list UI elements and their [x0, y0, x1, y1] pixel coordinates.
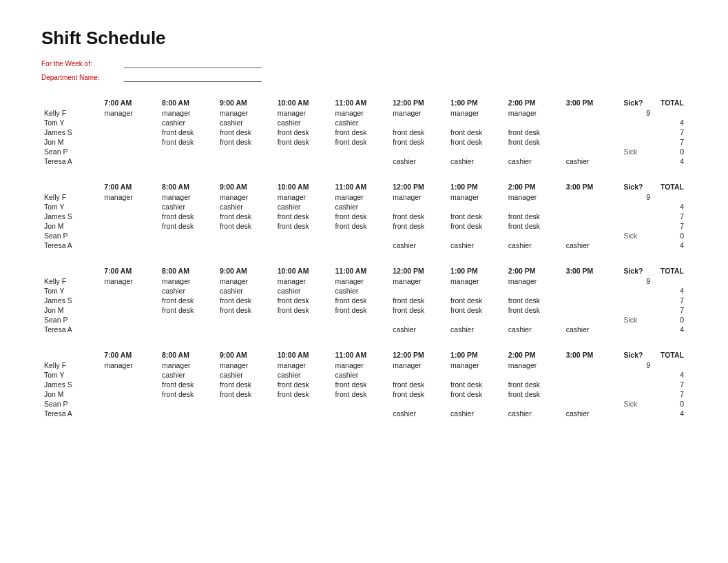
slot-6 — [448, 202, 506, 212]
slot-8 — [563, 118, 621, 127]
time-header-6: 1:00 PM — [448, 97, 506, 108]
slot-0 — [101, 305, 159, 315]
table-row: Tom Ycashiercashiercashiercashier4 — [41, 286, 687, 296]
slot-3: manager — [275, 360, 333, 370]
slot-0 — [101, 231, 159, 240]
employee-name: Kelly F — [41, 192, 101, 202]
sick-cell — [621, 389, 653, 399]
slot-4: front desk — [332, 296, 390, 305]
slot-5: front desk — [390, 212, 448, 221]
slot-3 — [275, 315, 333, 325]
sick-cell — [621, 409, 653, 418]
slot-6 — [448, 286, 506, 296]
slot-7: cashier — [506, 240, 563, 250]
slot-3: front desk — [275, 137, 333, 147]
slot-3: front desk — [275, 305, 333, 315]
time-header-1: 8:00 AM — [159, 97, 217, 108]
slot-0 — [101, 399, 159, 409]
time-header-4: 11:00 AM — [332, 265, 390, 276]
slot-5: front desk — [390, 380, 448, 389]
table-row: Teresa Acashiercashiercashiercashier4 — [41, 409, 687, 418]
sick-cell — [563, 276, 621, 286]
sick-cell — [621, 296, 653, 305]
time-header-8: 3:00 PM — [563, 181, 621, 192]
slot-3 — [275, 231, 333, 240]
slot-4: cashier — [332, 370, 390, 380]
slot-5 — [390, 202, 448, 212]
slot-3 — [275, 399, 333, 409]
time-header-1: 8:00 AM — [159, 265, 217, 276]
time-header-9: Sick? — [621, 265, 653, 276]
slot-2: manager — [217, 108, 275, 118]
slot-5: cashier — [390, 240, 448, 250]
slot-1: front desk — [159, 389, 217, 399]
slot-0 — [101, 118, 159, 127]
slot-7: manager — [506, 276, 563, 286]
slot-1: cashier — [159, 286, 217, 296]
slot-7: cashier — [506, 325, 563, 334]
slot-7: front desk — [506, 137, 563, 147]
slot-5 — [390, 231, 448, 240]
time-header-3: 10:00 AM — [275, 265, 333, 276]
slot-8 — [563, 231, 621, 240]
time-header-7: 2:00 PM — [506, 349, 563, 360]
table-row: Sean PSick0 — [41, 399, 687, 409]
sick-cell — [621, 380, 653, 389]
slot-7 — [506, 399, 563, 409]
slot-2: front desk — [217, 221, 275, 231]
slot-7: front desk — [506, 221, 563, 231]
slot-6 — [448, 399, 506, 409]
slot-2 — [217, 315, 275, 325]
slot-5 — [390, 370, 448, 380]
slot-7: cashier — [506, 409, 563, 418]
table-row: Kelly Fmanagermanagermanagermanagermanag… — [41, 192, 687, 202]
time-header-0: 7:00 AM — [101, 181, 159, 192]
slot-6 — [448, 147, 506, 156]
total-cell: 4 — [653, 202, 687, 212]
slot-3 — [275, 409, 333, 418]
slot-3: front desk — [275, 212, 333, 221]
slot-0 — [101, 296, 159, 305]
slot-5: cashier — [390, 156, 448, 166]
slot-0 — [101, 409, 159, 418]
slot-1: front desk — [159, 305, 217, 315]
employee-name: Sean P — [41, 231, 101, 240]
slot-5: manager — [390, 276, 448, 286]
total-cell: 7 — [653, 380, 687, 389]
employee-name: Kelly F — [41, 360, 101, 370]
slot-7: manager — [506, 108, 563, 118]
slot-1: front desk — [159, 296, 217, 305]
total-cell: 7 — [653, 389, 687, 399]
table-row: Jon Mfront deskfront deskfront deskfront… — [41, 137, 687, 147]
sick-cell — [563, 192, 621, 202]
slot-0 — [101, 380, 159, 389]
sick-cell — [621, 118, 653, 127]
slot-6: front desk — [448, 221, 506, 231]
slot-0 — [101, 315, 159, 325]
slot-1 — [159, 325, 217, 334]
table-row: Kelly Fmanagermanagermanagermanagermanag… — [41, 276, 687, 286]
sick-cell — [621, 212, 653, 221]
slot-2: front desk — [217, 137, 275, 147]
employee-name: Teresa A — [41, 240, 101, 250]
slot-1 — [159, 409, 217, 418]
sick-cell — [621, 305, 653, 315]
slot-6: front desk — [448, 380, 506, 389]
slot-2: cashier — [217, 118, 275, 127]
week-input[interactable] — [124, 59, 262, 68]
slot-0 — [101, 221, 159, 231]
slot-4 — [332, 240, 390, 250]
slot-2: cashier — [217, 370, 275, 380]
slot-7: front desk — [506, 296, 563, 305]
table-row: James Sfront deskfront deskfront deskfro… — [41, 380, 687, 389]
employee-name: Tom Y — [41, 118, 101, 127]
dept-input[interactable] — [124, 72, 262, 82]
slot-3 — [275, 156, 333, 166]
slot-0: manager — [101, 192, 159, 202]
slot-3 — [275, 147, 333, 156]
time-header-8: 3:00 PM — [563, 349, 621, 360]
total-cell: 7 — [653, 221, 687, 231]
slot-4 — [332, 409, 390, 418]
slot-1: cashier — [159, 370, 217, 380]
table-row: Sean PSick0 — [41, 147, 687, 156]
